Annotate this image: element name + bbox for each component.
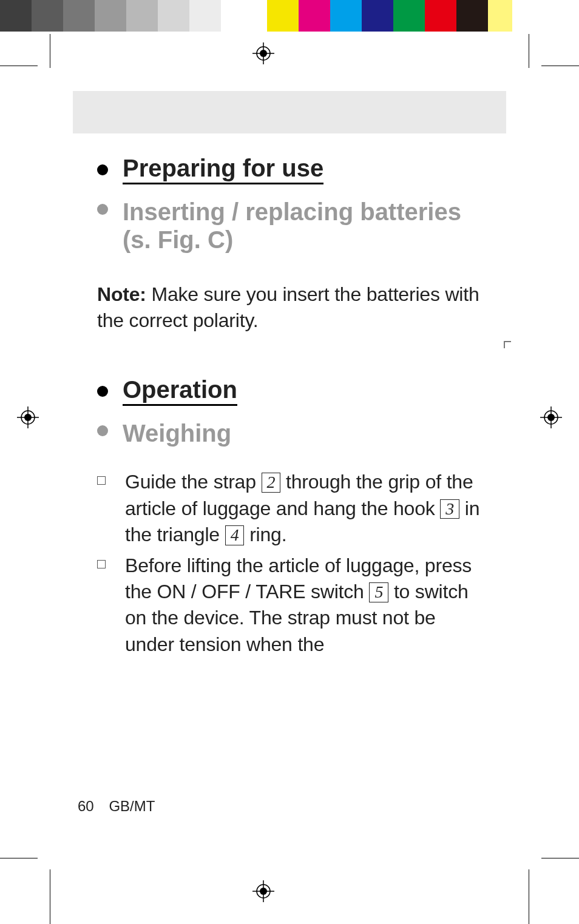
text-fragment: ring. bbox=[244, 524, 286, 545]
sub-heading: Weighing bbox=[97, 419, 486, 447]
color-swatch bbox=[330, 0, 362, 32]
crop-line bbox=[529, 34, 529, 68]
sub-heading: Inserting / replacing batteries (s. Fig.… bbox=[97, 198, 486, 254]
crop-line bbox=[0, 66, 38, 66]
part-ref: 2 bbox=[262, 473, 281, 493]
registration-mark-icon bbox=[252, 42, 274, 64]
part-ref: 3 bbox=[440, 499, 459, 519]
print-color-bar bbox=[0, 0, 579, 32]
color-swatch bbox=[0, 0, 32, 32]
text-fragment: Guide the strap bbox=[125, 471, 262, 493]
registration-mark-icon bbox=[540, 406, 562, 428]
crop-line bbox=[541, 858, 579, 858]
note-paragraph: Note: Make sure you insert the batteries… bbox=[97, 282, 486, 334]
registration-mark-icon bbox=[17, 406, 39, 428]
color-swatch bbox=[32, 0, 63, 32]
crop-corner-icon bbox=[504, 341, 513, 351]
page-footer: 60 GB/MT bbox=[78, 798, 155, 815]
color-swatch bbox=[63, 0, 95, 32]
weighing-title: Weighing bbox=[123, 419, 231, 447]
bullet-dot-icon bbox=[97, 425, 108, 436]
color-swatch bbox=[158, 0, 189, 32]
color-swatch bbox=[267, 0, 299, 32]
preparing-title: Preparing for use bbox=[123, 155, 323, 184]
bullet-dot-icon bbox=[97, 164, 108, 175]
list-item: Before lifting the article of luggage, p… bbox=[97, 553, 486, 658]
page-content: Preparing for use Inserting / replacing … bbox=[97, 155, 486, 663]
section-heading: Preparing for use bbox=[97, 155, 486, 184]
list-item: Guide the strap 2 through the grip of th… bbox=[97, 469, 486, 548]
operation-title: Operation bbox=[123, 376, 237, 406]
crop-line bbox=[0, 858, 38, 858]
checkbox-bullet-icon bbox=[97, 560, 106, 568]
color-swatch bbox=[95, 0, 126, 32]
color-swatch bbox=[221, 0, 252, 32]
color-swatch bbox=[252, 0, 267, 32]
list-item-text: Before lifting the article of luggage, p… bbox=[125, 553, 486, 658]
section-heading: Operation bbox=[97, 376, 486, 406]
color-swatch bbox=[126, 0, 158, 32]
bullet-dot-icon bbox=[97, 386, 108, 397]
crop-line bbox=[529, 869, 529, 924]
part-ref: 5 bbox=[369, 582, 388, 602]
crop-line bbox=[50, 869, 50, 924]
note-text: Make sure you insert the batteries with … bbox=[97, 283, 479, 331]
registration-mark-icon bbox=[252, 880, 274, 902]
inserting-title: Inserting / replacing batteries (s. Fig.… bbox=[123, 198, 486, 254]
crop-line bbox=[541, 66, 579, 66]
list-item-text: Guide the strap 2 through the grip of th… bbox=[125, 469, 486, 548]
checkbox-bullet-icon bbox=[97, 476, 106, 485]
color-swatch bbox=[189, 0, 221, 32]
color-swatch bbox=[362, 0, 393, 32]
page-number: 60 bbox=[78, 798, 94, 814]
page-lang: GB/MT bbox=[109, 798, 155, 814]
part-ref: 4 bbox=[225, 525, 245, 545]
note-label: Note: bbox=[97, 283, 146, 305]
color-swatch bbox=[488, 0, 512, 32]
bullet-dot-icon bbox=[97, 204, 108, 215]
color-swatch bbox=[425, 0, 456, 32]
page-header-block bbox=[73, 91, 506, 133]
color-swatch bbox=[393, 0, 425, 32]
color-swatch bbox=[299, 0, 330, 32]
instruction-list: Guide the strap 2 through the grip of th… bbox=[97, 469, 486, 657]
color-swatch bbox=[456, 0, 488, 32]
crop-line bbox=[50, 34, 50, 68]
